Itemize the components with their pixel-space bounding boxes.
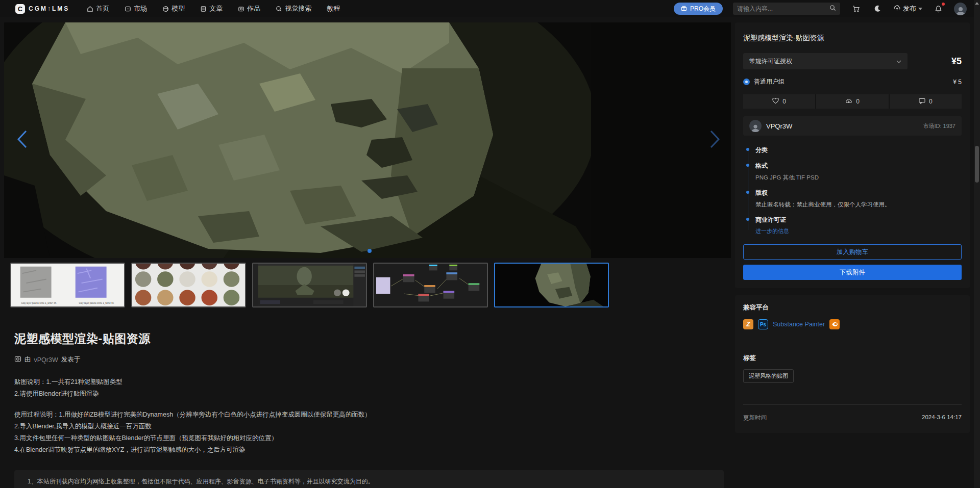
tags-section: 标签 泥塑风格的贴图 <box>743 354 962 383</box>
disclaimer-line: 1、本站所刊载内容均为网络上收集整理，包括但不限于代码、应用程序、影音资源、电子… <box>28 477 710 487</box>
user-group-price: ¥ 5 <box>953 79 962 86</box>
tag-chip[interactable]: 泥塑风格的贴图 <box>743 369 794 383</box>
purchase-sidebar: 泥塑感模型渲染-贴图资源 常规许可证授权 ¥5 普通用户组 ¥ 5 <box>735 22 970 488</box>
nav-item-works[interactable]: 作品 <box>238 4 260 13</box>
nav-item-market[interactable]: 市场 <box>125 4 147 13</box>
pro-member-label: PRO会员 <box>690 5 716 13</box>
tags-heading: 标签 <box>743 354 962 363</box>
description-section: 泥塑感模型渲染-贴图资源 由 vPQr3W 发表于 贴图说明：1.一共有21种泥… <box>4 307 731 488</box>
top-navbar: C CGM↑LMS 首页 市场 模型 文章 作品 <box>0 0 980 17</box>
thumbnail-texture-maps[interactable]: Clay layer palette knife 1_DISP 4K Clay … <box>10 263 125 307</box>
description-text: 贴图说明：1.一共有21种泥塑贴图类型 2.请使用Blender进行贴图渲染 使… <box>14 377 721 455</box>
add-to-cart-button[interactable]: 加入购物车 <box>743 244 962 260</box>
market-icon <box>125 6 131 12</box>
chevron-down-icon <box>918 8 922 10</box>
dark-mode-icon[interactable] <box>872 3 883 14</box>
nav-item-model[interactable]: 模型 <box>162 4 185 13</box>
visual-search-icon <box>276 6 282 12</box>
publish-button[interactable]: 发布 <box>893 4 922 13</box>
purchase-card: 泥塑感模型渲染-贴图资源 常规许可证授权 ¥5 普通用户组 ¥ 5 <box>735 22 970 288</box>
info-card: 兼容平台 Z Ps Substance Painter 标签 泥塑风格的贴图 更… <box>735 295 970 433</box>
downloads-count: 0 <box>856 98 860 105</box>
main-nav: 首页 市场 模型 文章 作品 视觉搜索 教程 <box>87 4 340 13</box>
nav-item-home[interactable]: 首页 <box>87 4 109 13</box>
zbrush-icon[interactable]: Z <box>743 319 753 329</box>
price: ¥5 <box>951 56 962 67</box>
main-column: Clay layer palette knife 1_DISP 4K Clay … <box>4 22 731 488</box>
user-avatar[interactable] <box>954 3 967 15</box>
thumbnail-material-spheres[interactable] <box>131 263 246 307</box>
nav-label: 文章 <box>209 4 223 13</box>
notifications-bell-icon[interactable] <box>933 3 944 14</box>
nav-label: 视觉搜索 <box>285 4 311 13</box>
byline: 由 vPQr3W 发表于 <box>14 355 721 364</box>
model-icon <box>162 6 169 12</box>
pro-member-button[interactable]: PRO会员 <box>674 3 723 15</box>
byline-author[interactable]: vPQr3W <box>34 356 58 364</box>
detail-value: 禁止匿名转载：禁止商业使用，仅限个人学习使用。 <box>755 200 962 209</box>
thumbnail-strip: Clay layer palette knife 1_DISP 4K Clay … <box>4 263 731 307</box>
search-input[interactable] <box>737 5 829 12</box>
user-group-radio[interactable] <box>743 79 750 85</box>
detail-label: 分类 <box>755 146 962 155</box>
divider <box>743 404 962 405</box>
license-select[interactable]: 常规许可证授权 <box>743 53 908 69</box>
more-info-link[interactable]: 进一步的信息 <box>755 227 789 235</box>
scrollbar-up-arrow[interactable] <box>975 2 979 5</box>
cloud-download-icon <box>845 98 852 106</box>
timeline-dot <box>746 191 749 194</box>
description-line: 2.请使用Blender进行贴图渲染 <box>14 389 721 399</box>
next-image-arrow[interactable] <box>708 129 722 151</box>
nav-item-article[interactable]: 文章 <box>200 4 223 13</box>
detail-label: 商业许可证 <box>755 216 962 224</box>
blender-icon[interactable] <box>829 319 840 329</box>
thumbnail-blender-viewport[interactable] <box>252 263 367 307</box>
sculpture-preview-image <box>4 22 731 258</box>
comments-button[interactable]: 0 <box>890 94 962 109</box>
camera-icon <box>14 355 21 364</box>
texture-caption: Clay layer palette knife 1_DISP 4K <box>21 302 56 305</box>
material-spheres-preview <box>132 264 245 306</box>
user-group-label: 普通用户组 <box>754 78 785 86</box>
comment-icon <box>919 98 925 106</box>
carousel-dot[interactable] <box>368 249 372 253</box>
page-body: Clay layer palette knife 1_DISP 4K Clay … <box>0 17 980 488</box>
detail-value: PNG JPG 其他 TIF PSD <box>755 173 962 182</box>
nav-item-tutorials[interactable]: 教程 <box>327 4 340 13</box>
thumbnail-sculpt-render[interactable] <box>494 263 609 307</box>
home-icon <box>87 6 93 12</box>
substance-painter-link[interactable]: Substance Painter <box>773 321 825 328</box>
heart-icon <box>772 98 779 106</box>
market-id: 市场ID: 1937 <box>923 122 955 130</box>
downloads-indicator[interactable]: 0 <box>816 94 888 109</box>
prev-image-arrow[interactable] <box>15 129 29 151</box>
app-window: C CGM↑LMS 首页 市场 模型 文章 作品 <box>0 0 980 488</box>
user-group-row: 普通用户组 ¥ 5 <box>743 78 962 86</box>
author-card[interactable]: VPQr3W 市场ID: 1937 <box>743 116 962 136</box>
site-logo[interactable]: C CGM↑LMS <box>15 4 69 14</box>
byline-suffix: 发表于 <box>61 355 81 364</box>
details-timeline: 分类 格式 PNG JPG 其他 TIF PSD 版权 禁止匿名转载：禁止商业使… <box>746 146 962 235</box>
notification-dot <box>942 3 945 6</box>
cart-icon[interactable] <box>850 3 862 14</box>
compat-heading: 兼容平台 <box>743 303 962 312</box>
window-scrollbar[interactable] <box>974 0 980 488</box>
nav-item-visual-search[interactable]: 视觉搜索 <box>276 4 311 13</box>
detail-commercial-license: 商业许可证 进一步的信息 <box>755 216 962 235</box>
description-line: 贴图说明：1.一共有21种泥塑贴图类型 <box>14 377 721 387</box>
license-selected-option: 常规许可证授权 <box>749 57 792 66</box>
works-icon <box>238 6 244 12</box>
logo-icon: C <box>15 4 25 14</box>
timeline-dot <box>746 148 749 151</box>
scrollbar-thumb[interactable] <box>975 146 979 183</box>
updated-row: 更新时间 2024-3-6 14:17 <box>743 414 962 425</box>
photoshop-icon[interactable]: Ps <box>758 319 768 329</box>
detail-category: 分类 <box>755 146 962 155</box>
nav-label: 作品 <box>247 4 260 13</box>
download-attachment-button[interactable]: 下载附件 <box>743 265 962 280</box>
nav-label: 模型 <box>172 4 185 13</box>
stats-bar: 0 0 0 <box>743 94 962 109</box>
likes-button[interactable]: 0 <box>743 94 815 109</box>
thumbnail-node-editor[interactable] <box>373 263 488 307</box>
search-icon[interactable] <box>829 4 836 13</box>
